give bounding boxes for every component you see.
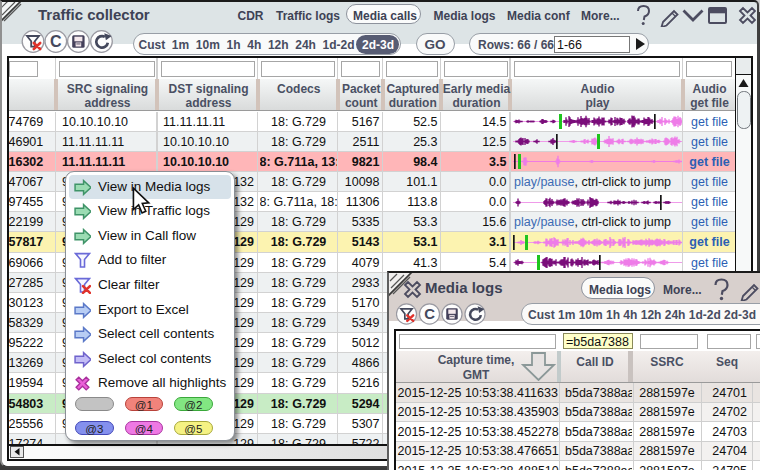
svg-text:C: C — [50, 33, 62, 50]
svg-text:C: C — [424, 306, 435, 322]
